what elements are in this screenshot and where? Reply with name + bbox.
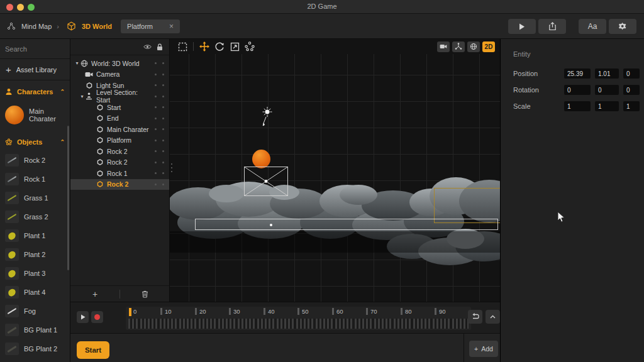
camera-view-button[interactable] bbox=[437, 41, 450, 52]
asset-library-button[interactable]: + Asset Library bbox=[0, 59, 70, 80]
tree-item-camera[interactable]: Camera bbox=[70, 69, 169, 80]
timeline-play-button[interactable] bbox=[77, 311, 89, 323]
lock-dot[interactable] bbox=[162, 150, 164, 152]
lock-dot[interactable] bbox=[162, 118, 164, 119]
lock-dot[interactable] bbox=[162, 84, 164, 86]
light-sun-gizmo[interactable] bbox=[258, 104, 275, 131]
position-x-input[interactable] bbox=[564, 69, 591, 79]
tree-item-rock-2[interactable]: Rock 2 bbox=[70, 146, 169, 157]
text-style-button[interactable]: Aa bbox=[579, 19, 606, 34]
rotation-z-input[interactable] bbox=[623, 85, 640, 95]
lock-dot[interactable] bbox=[162, 62, 164, 64]
main-charater-sphere[interactable] bbox=[252, 150, 270, 168]
scale-z-input[interactable] bbox=[623, 101, 640, 111]
expand-arrow-icon[interactable]: ▾ bbox=[79, 94, 85, 99]
tree-item-level-section[interactable]: ▾ Level Section: Start bbox=[70, 91, 169, 102]
add-section-button[interactable]: + Add bbox=[469, 341, 498, 357]
search-bar[interactable] bbox=[0, 39, 70, 59]
globe-view-button[interactable] bbox=[467, 41, 480, 52]
rotate-tool[interactable] bbox=[212, 40, 227, 53]
tree-item-main-charater[interactable]: Main Charater bbox=[70, 124, 169, 135]
share-button[interactable] bbox=[538, 19, 566, 34]
loop-button[interactable] bbox=[468, 310, 482, 324]
visibility-dot[interactable] bbox=[155, 106, 157, 108]
transform-tool[interactable] bbox=[242, 40, 257, 53]
play-button[interactable] bbox=[508, 19, 536, 34]
marquee-select-tool[interactable] bbox=[175, 40, 190, 53]
gizmo-axes-button[interactable] bbox=[452, 41, 465, 52]
tree-item-rock-2b[interactable]: Rock 2 bbox=[70, 157, 169, 168]
bounds-center-handle[interactable] bbox=[270, 224, 272, 226]
asset-grass-2[interactable]: Grass 2 bbox=[0, 207, 70, 226]
visibility-dot[interactable] bbox=[155, 62, 157, 64]
asset-plant-1[interactable]: Plant 1 bbox=[0, 226, 70, 245]
breadcrumb-mind-map[interactable]: Mind Map bbox=[21, 23, 52, 30]
visibility-dot[interactable] bbox=[155, 184, 157, 185]
visibility-dot[interactable] bbox=[155, 150, 157, 152]
visibility-dot[interactable] bbox=[155, 128, 157, 130]
selected-rock-bounds[interactable] bbox=[434, 188, 500, 223]
chevron-up-icon[interactable]: ⌃ bbox=[60, 89, 65, 95]
characters-section-header[interactable]: Characters ⌃ bbox=[0, 80, 70, 101]
tab-close-icon[interactable]: × bbox=[169, 22, 174, 31]
rotation-y-input[interactable] bbox=[595, 85, 619, 95]
scale-tool[interactable] bbox=[227, 40, 242, 53]
tree-item-world[interactable]: ▾ World: 3D World bbox=[70, 58, 169, 69]
asset-main-charater[interactable]: Main Charater bbox=[0, 101, 70, 131]
asset-plant-3[interactable]: Plant 3 bbox=[0, 264, 70, 283]
tree-item-end[interactable]: End bbox=[70, 113, 169, 124]
chevron-up-icon[interactable]: ⌃ bbox=[60, 139, 65, 145]
visibility-dot[interactable] bbox=[155, 172, 157, 174]
playhead[interactable] bbox=[129, 308, 131, 316]
scene-viewport[interactable]: 2D bbox=[170, 39, 500, 302]
sidebar-scrollbar[interactable] bbox=[67, 126, 69, 270]
timeline-record-button[interactable] bbox=[91, 311, 103, 323]
position-y-input[interactable] bbox=[595, 69, 619, 79]
mode-2d-button[interactable]: 2D bbox=[482, 41, 495, 52]
lock-dot[interactable] bbox=[162, 140, 164, 141]
tree-item-platform[interactable]: Platform bbox=[70, 135, 169, 146]
platform-bounds[interactable] bbox=[195, 219, 498, 230]
asset-fog[interactable]: Fog bbox=[0, 302, 70, 321]
asset-plant-2[interactable]: Plant 2 bbox=[0, 245, 70, 264]
asset-rock-2[interactable]: Rock 2 bbox=[0, 151, 70, 170]
visibility-dot[interactable] bbox=[155, 118, 157, 119]
move-tool[interactable] bbox=[197, 40, 212, 53]
rotation-x-input[interactable] bbox=[564, 85, 591, 95]
add-entity-button[interactable]: + bbox=[70, 286, 119, 302]
asset-grass-1[interactable]: Grass 1 bbox=[0, 189, 70, 207]
visibility-dot[interactable] bbox=[155, 74, 157, 75]
asset-rock-1[interactable]: Rock 1 bbox=[0, 170, 70, 189]
selection-gizmo[interactable] bbox=[244, 167, 288, 196]
asset-plant-4[interactable]: Plant 4 bbox=[0, 283, 70, 302]
tab-platform[interactable]: Platform × bbox=[121, 19, 180, 33]
tree-item-rock-2-selected[interactable]: Rock 2 bbox=[70, 179, 169, 190]
search-input[interactable] bbox=[5, 45, 70, 53]
lock-dot[interactable] bbox=[162, 162, 164, 163]
timeline-ruler[interactable]: 0 10 20 30 40 50 60 70 80 90 bbox=[126, 307, 471, 330]
lock-dot[interactable] bbox=[162, 96, 164, 97]
eye-icon[interactable] bbox=[143, 44, 152, 50]
settings-button[interactable] bbox=[609, 19, 636, 34]
visibility-dot[interactable] bbox=[155, 96, 157, 97]
panel-resize-handle[interactable] bbox=[171, 163, 172, 172]
visibility-dot[interactable] bbox=[155, 84, 157, 86]
lock-dot[interactable] bbox=[162, 106, 164, 108]
lock-icon[interactable] bbox=[157, 43, 163, 51]
position-z-input[interactable] bbox=[623, 69, 640, 79]
start-section-button[interactable]: Start bbox=[77, 341, 109, 359]
lock-dot[interactable] bbox=[162, 128, 164, 130]
expand-arrow-icon[interactable]: ▾ bbox=[74, 60, 80, 66]
delete-entity-button[interactable] bbox=[120, 286, 169, 302]
lock-dot[interactable] bbox=[162, 74, 164, 75]
scale-y-input[interactable] bbox=[595, 101, 619, 111]
lock-dot[interactable] bbox=[162, 184, 164, 185]
lock-dot[interactable] bbox=[162, 172, 164, 174]
collapse-timeline-button[interactable] bbox=[486, 310, 500, 324]
tree-item-rock-1[interactable]: Rock 1 bbox=[70, 168, 169, 179]
scale-x-input[interactable] bbox=[564, 101, 591, 111]
visibility-dot[interactable] bbox=[155, 162, 157, 163]
breadcrumb-3d-world[interactable]: 3D World bbox=[82, 23, 112, 30]
tree-item-start[interactable]: Start bbox=[70, 102, 169, 113]
asset-bg-plant-1[interactable]: BG Plant 1 bbox=[0, 321, 70, 339]
